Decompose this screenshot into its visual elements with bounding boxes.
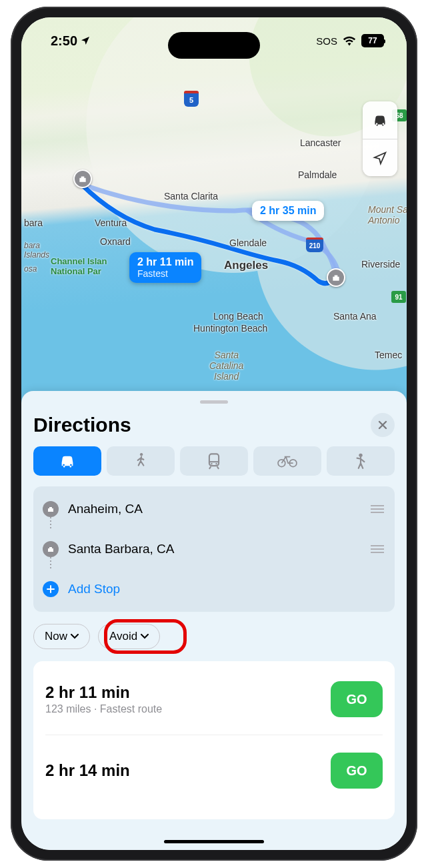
city-los-angeles: Angeles — [224, 259, 268, 272]
label-rosa: osa — [24, 264, 37, 274]
svg-point-3 — [211, 463, 212, 464]
map-pin-destination[interactable] — [327, 268, 345, 287]
svg-point-7 — [359, 454, 362, 457]
map-view[interactable]: 2 hr 35 min 2 hr 11 min Fastest 5 210 91… — [21, 17, 407, 404]
mode-drive[interactable] — [33, 446, 101, 476]
svg-point-0 — [140, 453, 143, 456]
city-palmdale: Palmdale — [298, 169, 337, 180]
routes-list: 2 hr 11 min 123 miles · Fastest route GO… — [33, 661, 395, 819]
add-stop-button[interactable]: Add Stop — [43, 569, 385, 609]
transport-mode-button[interactable] — [363, 101, 397, 139]
route-option-2[interactable]: 2 hr 14 min GO — [45, 735, 383, 806]
home-indicator[interactable] — [164, 840, 264, 843]
depart-time-button[interactable]: Now — [33, 624, 90, 649]
city-santa-ana: Santa Ana — [333, 311, 377, 322]
wifi-icon — [343, 35, 356, 46]
stop-destination[interactable]: Santa Barbara, CA — [43, 529, 385, 569]
chevron-down-icon — [71, 634, 79, 639]
reorder-handle-icon[interactable] — [369, 544, 385, 554]
locate-me-button[interactable] — [363, 139, 397, 176]
route-callout-primary[interactable]: 2 hr 11 min Fastest — [129, 252, 201, 283]
city-santa-barbara: bara — [24, 218, 43, 228]
stops-card: Anaheim, CA Santa Barbara, CA — [33, 486, 395, 612]
route-time: 2 hr 11 min — [45, 683, 162, 702]
phone-frame: 2:50 SOS 77 — [11, 7, 417, 861]
mode-walk[interactable] — [107, 446, 175, 476]
hwy-shield-210: 210 — [306, 238, 323, 252]
city-oxnard: Oxnard — [100, 236, 131, 247]
mode-cycle[interactable] — [253, 446, 321, 476]
building-icon — [43, 501, 59, 517]
reorder-handle-icon[interactable] — [369, 504, 385, 514]
hwy-shield-5: 5 — [184, 91, 199, 107]
route-option-1[interactable]: 2 hr 11 min 123 miles · Fastest route GO — [45, 675, 383, 735]
city-riverside: Riverside — [361, 259, 400, 270]
city-huntington-beach: Huntington Beach — [193, 323, 267, 334]
dynamic-island — [168, 32, 260, 59]
avoid-button[interactable]: Avoid — [98, 624, 160, 649]
city-temecula: Temec — [375, 350, 402, 360]
route-time: 2 hr 14 min — [45, 761, 130, 780]
go-button[interactable]: GO — [331, 753, 383, 789]
status-time: 2:50 — [51, 33, 77, 49]
stop-connector-dots — [50, 517, 51, 528]
label-islands-cutoff: bara Islands — [24, 241, 49, 260]
route-lines — [21, 17, 407, 404]
city-glendale: Glendale — [229, 238, 267, 248]
stop-connector-dots — [50, 557, 51, 568]
map-pin-origin[interactable] — [73, 169, 92, 188]
chevron-down-icon — [141, 634, 149, 639]
map-controls — [363, 101, 397, 176]
svg-point-4 — [215, 463, 217, 464]
sos-indicator: SOS — [316, 35, 337, 47]
battery-indicator: 77 — [361, 34, 384, 47]
hwy-shield-91: 91 — [391, 291, 406, 303]
go-button[interactable]: GO — [331, 681, 383, 717]
route-options-row: Now Avoid — [33, 624, 395, 649]
city-santa-clarita: Santa Clarita — [164, 191, 218, 201]
building-icon — [43, 541, 59, 557]
close-button[interactable] — [371, 413, 395, 437]
plus-icon — [43, 581, 59, 597]
city-ventura: Ventura — [95, 218, 127, 228]
city-lancaster: Lancaster — [300, 137, 341, 148]
sheet-grabber[interactable] — [200, 400, 228, 404]
route-callout-alt[interactable]: 2 hr 35 min — [252, 201, 324, 221]
label-mt-san-antonio: Mount Sa Antonio — [368, 204, 407, 226]
park-channel-islands: Channel Islan National Par — [51, 256, 107, 276]
screen: 2:50 SOS 77 — [21, 17, 407, 850]
label-catalina: Santa Catalina Island — [209, 350, 243, 382]
stop-origin[interactable]: Anaheim, CA — [43, 489, 385, 529]
city-long-beach: Long Beach — [213, 311, 263, 322]
directions-sheet[interactable]: Directions — [21, 391, 407, 850]
mode-transit[interactable] — [180, 446, 248, 476]
mode-rideshare[interactable] — [327, 446, 395, 476]
sheet-title: Directions — [33, 414, 131, 436]
transport-modes — [33, 446, 395, 476]
route-detail: 123 miles · Fastest route — [45, 703, 162, 715]
location-arrow-icon — [80, 35, 91, 46]
svg-rect-1 — [209, 454, 219, 466]
